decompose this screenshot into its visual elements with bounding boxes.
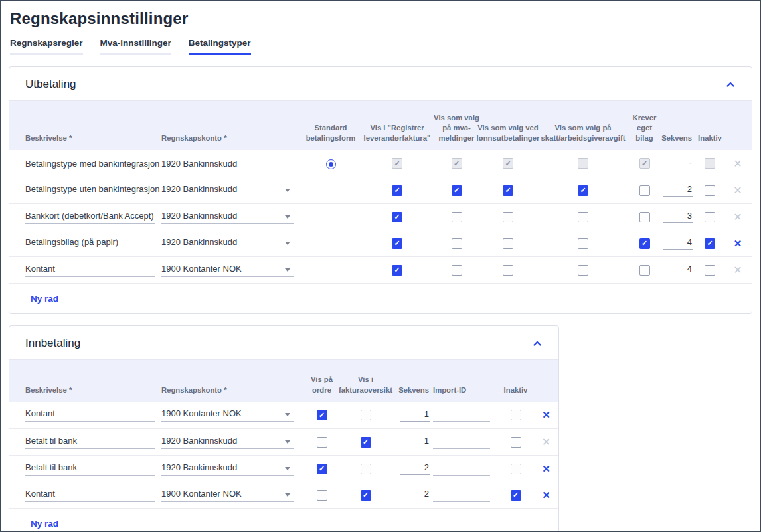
vis-lonnsutbetalinger-checkbox: ✓: [503, 158, 513, 169]
table-row: Betalingsbilag (på papir)1920 Bankinnsku…: [9, 230, 752, 256]
tab-betalingstyper[interactable]: Betalingstyper: [189, 38, 251, 55]
delete-row-button: ✕: [733, 157, 742, 170]
account-select[interactable]: 1900 Kontanter NOK: [161, 489, 294, 502]
account-select[interactable]: 1920 Bankinnskudd: [161, 211, 294, 224]
sequence-input[interactable]: 1: [400, 409, 430, 422]
inactive-checkbox[interactable]: [705, 265, 715, 276]
inactive-checkbox[interactable]: [511, 437, 521, 448]
vis-skatt-arbeidsgiveravgift-checkbox[interactable]: ✓: [578, 185, 588, 196]
sequence-input[interactable]: 3: [663, 211, 693, 223]
vis-leverandorfaktura-checkbox[interactable]: ✓: [392, 212, 402, 222]
vis-mva-meldinger-checkbox[interactable]: [452, 265, 462, 276]
description-input[interactable]: Bankkort (debetkort/Bank Accept): [25, 211, 155, 224]
vis-mva-meldinger-checkbox[interactable]: [452, 212, 462, 222]
description-input[interactable]: Kontant: [25, 489, 155, 502]
account-select[interactable]: 1900 Kontanter NOK: [161, 264, 294, 277]
vis-fakturaoversikt-checkbox[interactable]: ✓: [361, 437, 371, 448]
import-id-input[interactable]: [433, 436, 490, 449]
import-id-input[interactable]: [433, 462, 490, 476]
description-input[interactable]: Kontant: [25, 264, 155, 277]
vis-pa-ordre-checkbox[interactable]: [317, 490, 327, 501]
delete-row-button[interactable]: ✕: [542, 463, 550, 475]
tab-regnskapsregler[interactable]: Regnskapsregler: [10, 38, 83, 55]
col-sekvens: Sekvens: [661, 133, 696, 150]
sequence-input[interactable]: 4: [663, 264, 693, 276]
col-vis-pa-ordre: Vis på ordre: [303, 375, 340, 402]
vis-mva-meldinger-checkbox[interactable]: ✓: [452, 185, 462, 196]
sequence-input[interactable]: 2: [400, 462, 430, 475]
krever-eget-bilag-checkbox[interactable]: ✓: [639, 238, 650, 249]
page-title: Regnskapsinnstillinger: [10, 9, 752, 28]
col-vis-lonnsutbetalinger: Vis som valg ved lønnsutbetalinger: [477, 123, 540, 150]
table-row: Kontant1900 Kontanter NOK✓2✓✕: [9, 482, 558, 508]
standard-cell: [326, 157, 336, 169]
sequence-input[interactable]: 1: [400, 436, 430, 448]
description-input[interactable]: Betalt til bank: [25, 436, 155, 449]
description-input[interactable]: Betalingstype uten bankintegrasjon: [25, 184, 155, 197]
sequence-input[interactable]: 2: [663, 184, 693, 197]
vis-skatt-arbeidsgiveravgift-checkbox[interactable]: [578, 212, 588, 222]
description-input[interactable]: Kontant: [25, 408, 155, 422]
delete-row-button[interactable]: ✕: [542, 409, 550, 421]
vis-lonnsutbetalinger-checkbox[interactable]: [503, 212, 513, 222]
delete-row-button[interactable]: ✕: [734, 238, 742, 250]
chevron-up-icon: [533, 338, 541, 348]
tab-mva-innstillinger[interactable]: Mva-innstillinger: [100, 38, 171, 55]
section-title: Innbetaling: [25, 337, 80, 350]
krever-eget-bilag-checkbox[interactable]: [639, 212, 650, 222]
vis-lonnsutbetalinger-checkbox[interactable]: [503, 265, 513, 276]
account-select[interactable]: 1920 Bankinnskudd: [161, 462, 294, 476]
krever-eget-bilag-checkbox[interactable]: [639, 185, 650, 196]
inactive-checkbox[interactable]: ✓: [511, 490, 521, 501]
vis-lonnsutbetalinger-checkbox[interactable]: ✓: [503, 185, 513, 196]
import-id-input[interactable]: [433, 489, 490, 502]
utbetaling-panel-header: Utbetaling: [9, 67, 752, 100]
vis-pa-ordre-checkbox[interactable]: [317, 437, 327, 448]
sequence-input[interactable]: 4: [663, 237, 693, 250]
vis-pa-ordre-checkbox[interactable]: ✓: [317, 410, 327, 420]
inactive-checkbox[interactable]: [705, 212, 715, 222]
collapse-button[interactable]: [531, 335, 544, 351]
account-select[interactable]: 1920 Bankinnskudd: [161, 237, 294, 250]
import-id-input[interactable]: [433, 408, 490, 422]
sequence-input[interactable]: 2: [400, 489, 430, 501]
description-input[interactable]: Betalt til bank: [25, 462, 155, 476]
utbetaling-add-row: Ny rad: [9, 283, 752, 313]
account-select[interactable]: 1920 Bankinnskudd: [161, 184, 294, 197]
vis-fakturaoversikt-checkbox[interactable]: [361, 464, 371, 474]
standard-radio[interactable]: [326, 159, 336, 169]
account-select[interactable]: 1920 Bankinnskudd: [161, 436, 294, 449]
vis-skatt-arbeidsgiveravgift-checkbox[interactable]: [578, 238, 588, 249]
vis-fakturaoversikt-checkbox[interactable]: [361, 410, 371, 420]
dropdown-caret-icon: [285, 440, 290, 444]
dropdown-caret-icon: [285, 268, 290, 272]
new-row-link[interactable]: Ny rad: [31, 519, 58, 529]
vis-mva-meldinger-checkbox[interactable]: [452, 238, 462, 249]
innbetaling-rows: Kontant1900 Kontanter NOK✓1✕Betalt til b…: [9, 402, 558, 508]
description-input[interactable]: Betalingsbilag (på papir): [25, 237, 155, 250]
account-select[interactable]: 1900 Kontanter NOK: [161, 408, 294, 422]
krever-eget-bilag-checkbox[interactable]: [639, 265, 650, 276]
inactive-checkbox: [705, 158, 715, 169]
dropdown-caret-icon: [285, 493, 290, 497]
vis-leverandorfaktura-checkbox[interactable]: ✓: [392, 238, 402, 249]
vis-lonnsutbetalinger-checkbox[interactable]: [503, 238, 513, 249]
collapse-button[interactable]: [724, 76, 737, 92]
vis-fakturaoversikt-checkbox[interactable]: ✓: [361, 490, 371, 501]
inactive-checkbox[interactable]: [511, 410, 521, 420]
vis-skatt-arbeidsgiveravgift-checkbox[interactable]: [578, 265, 588, 276]
inactive-checkbox[interactable]: ✓: [705, 238, 715, 249]
vis-pa-ordre-checkbox[interactable]: ✓: [317, 464, 327, 474]
inactive-checkbox[interactable]: [511, 464, 521, 474]
delete-row-button[interactable]: ✕: [542, 489, 550, 501]
table-row: Betalt til bank1920 Bankinnskudd✓1✕: [9, 428, 558, 455]
table-row: Betalt til bank1920 Bankinnskudd✓2✕: [9, 455, 558, 482]
inactive-checkbox[interactable]: [705, 185, 715, 196]
new-row-link[interactable]: Ny rad: [31, 294, 58, 304]
vis-leverandorfaktura-checkbox[interactable]: ✓: [392, 265, 402, 276]
delete-row-button: ✕: [542, 436, 550, 448]
table-row: Betalingstype med bankintegrasjon1920 Ba…: [9, 150, 752, 177]
col-regnskapskonto: Regnskapskonto *: [161, 385, 227, 402]
innbetaling-column-headers: Beskrivelse *Regnskapskonto *Vis på ordr…: [9, 359, 558, 402]
vis-leverandorfaktura-checkbox[interactable]: ✓: [392, 185, 402, 196]
